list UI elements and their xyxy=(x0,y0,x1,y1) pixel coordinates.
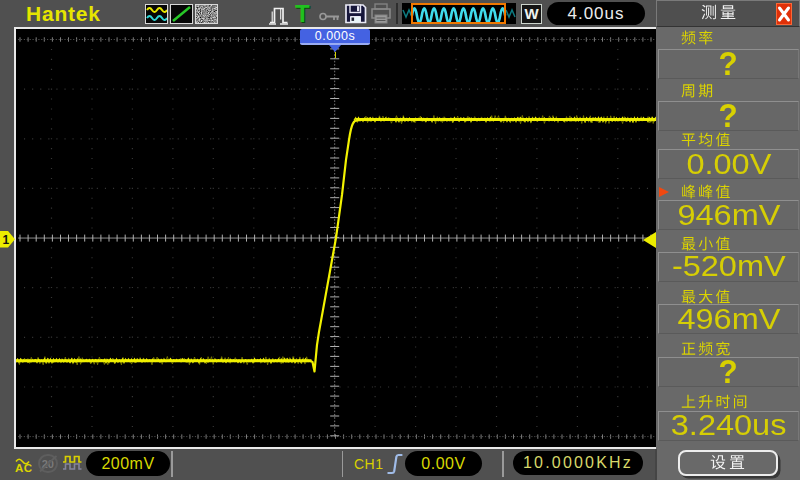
svg-text:1: 1 xyxy=(3,233,10,247)
